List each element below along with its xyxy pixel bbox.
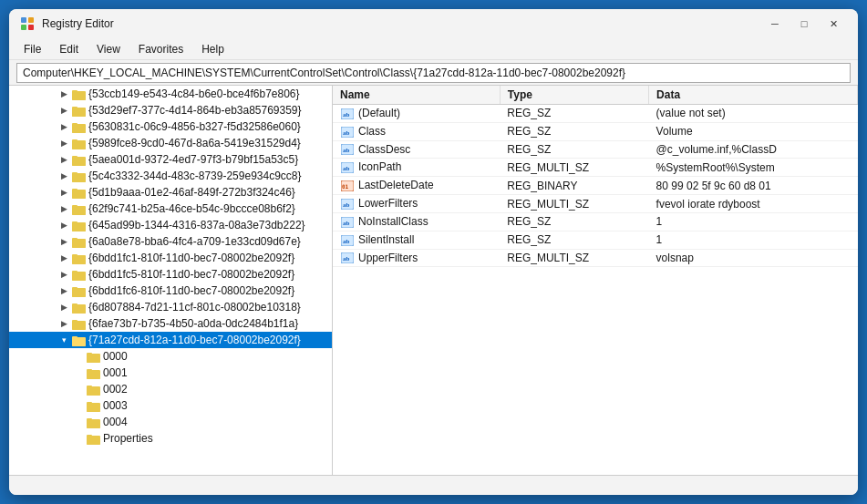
folder-icon (71, 201, 86, 216)
table-row[interactable]: ab LowerFiltersREG_MULTI_SZfvevol iorate… (333, 195, 858, 213)
tree-arrow-icon: ▶ (57, 169, 71, 183)
registry-table: Name Type Data ab (Default)REG_SZ(value … (333, 86, 858, 267)
registry-name-cell: 01 LastDeleteDate (333, 177, 500, 195)
tree-arrow-icon: ▶ (57, 119, 71, 134)
svg-rect-3 (28, 25, 34, 30)
tree-item-label: {6bdd1fc5-810f-11d0-bec7-08002be2092f} (88, 268, 294, 281)
registry-data-cell: volsnap (649, 249, 858, 267)
table-row[interactable]: 01 LastDeleteDateREG_BINARY80 99 02 5f 9… (333, 177, 858, 195)
reg-string-icon: ab (340, 216, 355, 229)
folder-icon (86, 431, 100, 446)
reg-string-icon: ab (340, 252, 355, 264)
folder-icon (71, 333, 86, 347)
table-row[interactable]: ab UpperFiltersREG_MULTI_SZvolsnap (333, 249, 858, 267)
folder-icon (71, 87, 86, 101)
registry-editor-window: Registry Editor ─ □ ✕ File Edit View Fav… (9, 9, 858, 495)
tree-item-label: {6bdd1fc1-810f-11d0-bec7-08002be2092f} (88, 252, 294, 264)
tree-item-label: 0004 (103, 416, 128, 428)
address-bar (9, 60, 858, 86)
close-button[interactable]: ✕ (820, 15, 847, 33)
svg-rect-9 (72, 108, 86, 117)
col-type: Type (500, 86, 648, 105)
tree-item[interactable]: 0000 (9, 348, 332, 365)
folder-icon (71, 316, 86, 331)
tree-item[interactable]: ▶ {6bdd1fc1-810f-11d0-bec7-08002be2092f} (9, 250, 332, 266)
menu-edit[interactable]: Edit (52, 41, 86, 57)
svg-text:01: 01 (342, 183, 349, 190)
address-input[interactable] (16, 63, 851, 83)
tree-item[interactable]: ▶ {6fae73b7-b735-4b50-a0da-0dc2484b1f1a} (9, 315, 332, 332)
reg-string-icon: ab (340, 161, 355, 174)
table-row[interactable]: ab SilentInstallREG_SZ1 (333, 231, 858, 249)
registry-type-cell: REG_SZ (500, 140, 648, 159)
tree-item[interactable]: 0001 (9, 365, 332, 381)
tree-item-label: {6a0a8e78-bba6-4fc4-a709-1e33cd09d67e} (88, 235, 301, 248)
menu-file[interactable]: File (16, 41, 48, 57)
svg-text:ab: ab (343, 238, 350, 245)
table-row[interactable]: ab NoInstallClassREG_SZ1 (333, 212, 858, 231)
content-area: ▶ {53ccb149-e543-4c84-b6e0-bce4f6b7e806}… (9, 86, 858, 475)
folder-icon (71, 103, 86, 118)
tree-item-label: Properties (103, 432, 153, 445)
tree-item[interactable]: ▶ {53d29ef7-377c-4d14-864b-eb3a85769359} (9, 102, 332, 118)
tree-item[interactable]: ▶ {5630831c-06c9-4856-b327-f5d32586e060} (9, 118, 332, 135)
tree-item[interactable]: ▶ {5c4c3332-344d-483c-8739-259e934c9cc8} (9, 168, 332, 184)
registry-type-cell: REG_SZ (500, 212, 648, 231)
tree-item[interactable]: 0004 (9, 414, 332, 430)
registry-type-cell: REG_SZ (500, 231, 648, 249)
tree-item[interactable]: 0002 (9, 381, 332, 397)
svg-rect-1 (28, 17, 34, 23)
registry-name-cell: ab SilentInstall (333, 231, 500, 249)
tree-item[interactable]: ▶ {6bdd1fc6-810f-11d0-bec7-08002be2092f} (9, 283, 332, 299)
tree-item[interactable]: ▶ {6d807884-7d21-11cf-801c-08002be10318} (9, 299, 332, 315)
menu-help[interactable]: Help (194, 41, 232, 57)
registry-data-cell: (value not set) (649, 105, 858, 123)
registry-type-cell: REG_MULTI_SZ (500, 159, 648, 177)
tree-item[interactable]: 0003 (9, 397, 332, 414)
menu-favorites[interactable]: Favorites (131, 41, 191, 57)
table-row[interactable]: ab ClassDescREG_SZ@c_volume.inf,%ClassD (333, 140, 858, 159)
registry-data-cell: Volume (649, 122, 858, 140)
folder-icon (86, 382, 100, 396)
tree-item[interactable]: ▶ {53ccb149-e543-4c84-b6e0-bce4f6b7e806} (9, 86, 332, 102)
svg-rect-15 (72, 141, 86, 149)
tree-item[interactable]: ▶ {645ad99b-1344-4316-837a-08a3e73db222} (9, 217, 332, 233)
registry-name-cell: ab Class (333, 122, 500, 140)
table-row[interactable]: ab IconPathREG_MULTI_SZ%SystemRoot%\Syst… (333, 159, 858, 177)
tree-item-label: {5d1b9aaa-01e2-46af-849f-272b3f324c46} (88, 186, 295, 199)
registry-type-cell: REG_MULTI_SZ (500, 195, 648, 213)
svg-rect-69 (87, 437, 100, 445)
table-row[interactable]: ab ClassREG_SZVolume (333, 122, 858, 140)
tree-item[interactable]: ▶ {5aea001d-9372-4ed7-97f3-b79bf15a53c5} (9, 151, 332, 168)
minimize-button[interactable]: ─ (761, 15, 789, 33)
tree-item[interactable]: ▶ {5989fce8-9cd0-467d-8a6a-5419e31529d4} (9, 135, 332, 151)
tree-item-label: 0000 (103, 350, 128, 363)
menu-bar: File Edit View Favorites Help (9, 38, 858, 60)
folder-icon (71, 169, 86, 183)
tree-item-label: {5989fce8-9cd0-467d-8a6a-5419e31529d4} (88, 137, 301, 149)
tree-item[interactable]: ▶ {5d1b9aaa-01e2-46af-849f-272b3f324c46} (9, 184, 332, 201)
tree-item[interactable]: ▶ {62f9c741-b25a-46ce-b54c-9bccce08b6f2} (9, 201, 332, 217)
table-row[interactable]: ab (Default)REG_SZ(value not set) (333, 105, 858, 123)
tree-item-label: {6d807884-7d21-11cf-801c-08002be10318} (88, 301, 301, 314)
registry-data-cell: 80 99 02 5f 9c 60 d8 01 (649, 177, 858, 195)
tree-item[interactable]: ▶ {6a0a8e78-bba6-4fc4-a709-1e33cd09d67e} (9, 233, 332, 250)
svg-text:ab: ab (343, 165, 350, 172)
tree-item[interactable]: Properties (9, 430, 332, 447)
svg-rect-42 (72, 289, 86, 297)
status-bar (9, 475, 858, 495)
tree-item-label: {5c4c3332-344d-483c-8739-259e934c9cc8} (88, 170, 302, 182)
reg-string-icon: ab (340, 108, 355, 120)
tree-item[interactable]: ▶ {6bdd1fc5-810f-11d0-bec7-08002be2092f} (9, 266, 332, 283)
tree-arrow-icon (71, 382, 86, 396)
tree-arrow-icon: ▶ (57, 316, 71, 331)
registry-data-cell: 1 (649, 212, 858, 231)
registry-type-cell: REG_SZ (500, 122, 648, 140)
registry-data-cell: %SystemRoot%\System (649, 159, 858, 177)
tree-item[interactable]: ▾ {71a27cdd-812a-11d0-bec7-08002be2092f} (9, 332, 332, 348)
folder-icon (71, 119, 86, 134)
tree-arrow-icon: ▶ (57, 251, 71, 265)
svg-rect-63 (87, 404, 100, 412)
maximize-button[interactable]: □ (790, 15, 818, 33)
menu-view[interactable]: View (89, 41, 128, 57)
